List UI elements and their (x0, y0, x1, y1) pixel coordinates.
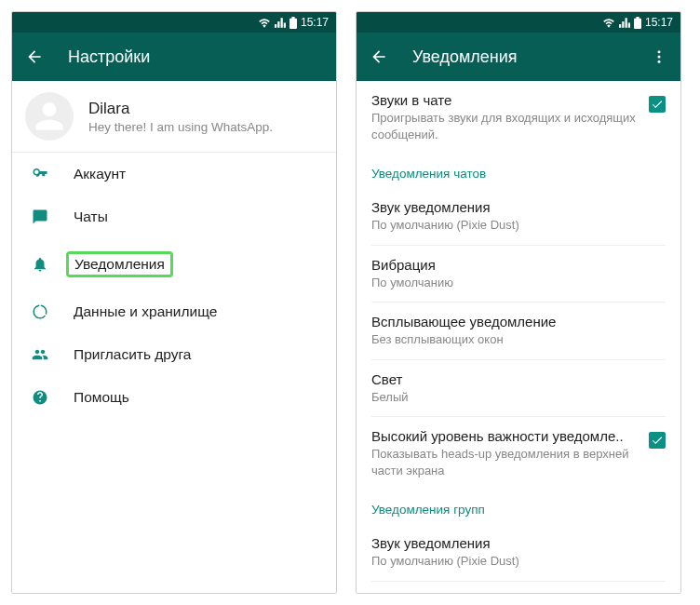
menu-label: Данные и хранилище (74, 303, 217, 320)
setting-title: Звук уведомления (371, 535, 658, 551)
section-groups: Уведомления групп (357, 490, 680, 524)
svg-point-3 (658, 60, 661, 63)
status-bar: 15:17 (12, 12, 336, 33)
checkbox-checked[interactable] (649, 96, 666, 113)
page-title: Настройки (68, 47, 323, 67)
content: Звуки в чате Проигрывать звуки для входя… (357, 81, 680, 593)
chat-icon (31, 208, 49, 225)
setting-priority[interactable]: Высокий уровень важности уведомле.. Пока… (357, 417, 680, 490)
more-vert-icon (651, 48, 667, 65)
page-title: Уведомления (412, 47, 626, 67)
setting-notif-sound[interactable]: Звук уведомления По умолчанию (Pixie Dus… (357, 188, 680, 245)
help-icon (31, 389, 49, 406)
setting-title: Свет (371, 371, 658, 387)
menu-data-storage[interactable]: Данные и хранилище (12, 290, 336, 333)
setting-group-sound[interactable]: Звук уведомления По умолчанию (Pixie Dus… (357, 524, 680, 581)
setting-sub: Проигрывать звуки для входящих и исходящ… (371, 110, 641, 142)
battery-icon (634, 17, 641, 29)
setting-sub: Белый (371, 389, 658, 406)
person-icon (29, 96, 70, 137)
menu-invite[interactable]: Пригласить друга (12, 333, 336, 376)
back-button[interactable] (25, 47, 44, 66)
bell-icon (31, 256, 49, 273)
setting-sub: Без всплывающих окон (371, 331, 658, 348)
setting-title: Всплывающее уведомление (371, 314, 658, 329)
svg-point-1 (658, 50, 661, 53)
app-bar: Настройки (12, 33, 336, 81)
arrow-back-icon (370, 47, 388, 66)
setting-chat-sounds[interactable]: Звуки в чате Проигрывать звуки для входя… (357, 81, 680, 154)
menu-account[interactable]: Аккаунт (12, 153, 336, 195)
menu-notifications[interactable]: Уведомления (12, 238, 336, 290)
notifications-screen: 15:17 Уведомления Звуки в чате Проигрыва… (356, 11, 681, 594)
setting-vibration[interactable]: Вибрация По умолчанию (357, 246, 680, 302)
svg-point-2 (658, 56, 661, 59)
people-icon (31, 346, 49, 363)
wifi-icon (258, 18, 271, 28)
setting-title: Вибрация (371, 257, 658, 273)
menu-label: Аккаунт (74, 166, 126, 182)
avatar (25, 92, 74, 141)
arrow-back-icon (25, 47, 44, 66)
profile-row[interactable]: Dilara Hey there! I am using WhatsApp. (12, 81, 336, 152)
setting-sub: По умолчанию (Pixie Dust) (371, 553, 658, 570)
setting-sub: Показывать heads-up уведомления в верхне… (371, 446, 641, 478)
profile-status: Hey there! I am using WhatsApp. (88, 120, 323, 134)
menu-label: Уведомления (74, 256, 165, 272)
setting-light[interactable]: Свет Белый (357, 360, 680, 417)
menu-label: Чаты (74, 208, 108, 225)
setting-popup[interactable]: Всплывающее уведомление Без всплывающих … (357, 302, 680, 359)
menu-chats[interactable]: Чаты (12, 195, 336, 238)
status-time: 15:17 (645, 16, 673, 29)
status-time: 15:17 (301, 16, 329, 29)
highlight-box: Уведомления (66, 251, 173, 277)
setting-title: Звук уведомления (371, 199, 658, 215)
menu-label: Пригласить друга (74, 346, 191, 363)
check-icon (651, 434, 664, 447)
data-usage-icon (31, 303, 49, 320)
check-icon (651, 98, 664, 111)
checkbox-checked[interactable] (649, 432, 666, 449)
key-icon (31, 166, 49, 182)
settings-screen: 15:17 Настройки Dilara Hey there! I am u… (11, 11, 337, 594)
content: Dilara Hey there! I am using WhatsApp. А… (12, 81, 336, 593)
menu-help[interactable]: Помощь (12, 376, 336, 419)
setting-group-vibration[interactable]: Вибрация По умолчанию (357, 582, 680, 593)
battery-icon (289, 17, 297, 29)
signal-icon (619, 18, 630, 28)
setting-sub: По умолчанию (371, 275, 658, 291)
status-bar: 15:17 (357, 12, 680, 33)
more-button[interactable] (651, 48, 667, 65)
setting-sub: По умолчанию (Pixie Dust) (371, 217, 658, 234)
section-chats: Уведомления чатов (357, 154, 680, 188)
back-button[interactable] (370, 47, 388, 66)
profile-name: Dilara (88, 100, 323, 118)
setting-title: Звуки в чате (371, 92, 641, 108)
app-bar: Уведомления (357, 33, 680, 81)
setting-title: Высокий уровень важности уведомле.. (371, 428, 641, 444)
wifi-icon (602, 18, 615, 28)
menu-label: Помощь (74, 389, 129, 406)
signal-icon (275, 18, 286, 28)
